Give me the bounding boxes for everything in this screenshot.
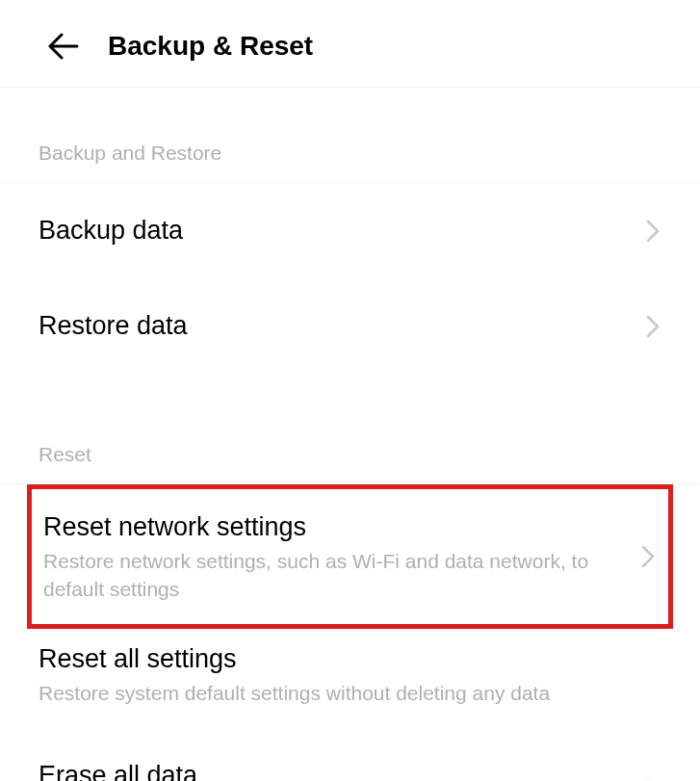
list-item-content: Restore data bbox=[39, 309, 633, 343]
list-item-content: Backup data bbox=[39, 214, 633, 247]
chevron-right-icon bbox=[639, 543, 657, 570]
item-subtitle: Restore system default settings without … bbox=[39, 680, 661, 707]
item-title: Erase all data bbox=[39, 759, 633, 781]
erase-all-data-item[interactable]: Erase all data Clear all data on your ph… bbox=[0, 736, 700, 781]
item-title: Reset network settings bbox=[43, 510, 639, 544]
list-item-content: Reset network settings Restore network s… bbox=[43, 510, 639, 603]
section-header-reset: Reset bbox=[0, 374, 700, 484]
reset-network-settings-item[interactable]: Reset network settings Restore network s… bbox=[27, 484, 673, 629]
list-item-content: Erase all data Clear all data on your ph… bbox=[39, 759, 633, 781]
list-item-content: Reset all settings Restore system defaul… bbox=[39, 642, 661, 707]
back-button[interactable] bbox=[46, 29, 81, 64]
page-title: Backup & Reset bbox=[108, 31, 313, 62]
chevron-right-icon bbox=[644, 313, 661, 340]
item-subtitle: Restore network settings, such as Wi-Fi … bbox=[43, 548, 639, 603]
item-title: Backup data bbox=[39, 214, 633, 247]
backup-data-item[interactable]: Backup data bbox=[0, 183, 700, 278]
reset-all-settings-item[interactable]: Reset all settings Restore system defaul… bbox=[0, 629, 700, 736]
restore-data-item[interactable]: Restore data bbox=[0, 278, 700, 374]
back-arrow-icon bbox=[48, 33, 79, 60]
chevron-right-icon bbox=[644, 218, 661, 245]
item-title: Restore data bbox=[39, 309, 633, 343]
header-bar: Backup & Reset bbox=[0, 0, 700, 88]
item-title: Reset all settings bbox=[39, 642, 661, 676]
content-area: Backup and Restore Backup data Restore d… bbox=[0, 88, 700, 781]
section-header-backup: Backup and Restore bbox=[0, 88, 700, 183]
